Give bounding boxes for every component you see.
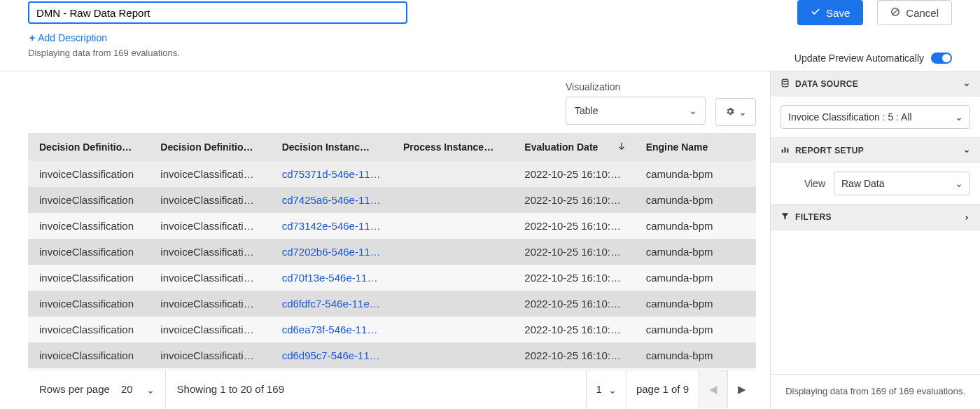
config-sidepanel: DATA SOURCE Invoice Classification : 5 :… <box>770 71 980 408</box>
svg-line-1 <box>893 9 898 14</box>
svg-rect-4 <box>782 150 783 153</box>
cell-eval-date: 2022-10-25 16:10:3… <box>513 291 634 317</box>
cell-def-id: invoiceClassification:… <box>149 161 270 187</box>
cell-eval-date: 2022-10-25 16:10:3… <box>513 161 634 187</box>
panel-title-data-source: DATA SOURCE <box>795 79 858 89</box>
panel-title-filters: FILTERS <box>795 212 832 222</box>
save-button[interactable]: Save <box>797 0 863 25</box>
cell-instance-id[interactable]: cd73142e-546e-11e… <box>271 213 392 239</box>
rows-per-page-label: Rows per page <box>39 383 110 395</box>
table-row: invoiceClassificationinvoiceClassificati… <box>28 342 756 368</box>
sidepanel-footer: Displaying data from 169 of 169 evaluati… <box>771 374 980 408</box>
cell-engine: camunda-bpm <box>635 213 756 239</box>
rows-per-page-select[interactable]: 20 <box>121 383 154 395</box>
cell-eval-date: 2022-10-25 16:10:3… <box>513 239 634 265</box>
col-evaluation-date-label: Evaluation Date <box>524 141 598 153</box>
chevron-down-icon <box>147 386 154 393</box>
table-row: invoiceClassificationinvoiceClassificati… <box>28 265 756 291</box>
cancel-icon <box>890 7 900 19</box>
cell-engine: camunda-bpm <box>635 239 756 265</box>
save-label: Save <box>826 7 850 19</box>
cell-instance-id[interactable]: cd6fdfc7-546e-11ed… <box>271 291 392 317</box>
report-header: Save Cancel + Add Description Displaying… <box>0 0 980 58</box>
chevron-right-icon <box>963 214 970 221</box>
cell-def-key: invoiceClassification <box>28 291 149 317</box>
col-engine-name[interactable]: Engine Name <box>635 133 756 161</box>
col-decision-def-id[interactable]: Decision Definitio… <box>149 133 270 161</box>
visualization-select[interactable]: Table <box>566 97 706 125</box>
svg-rect-6 <box>787 148 788 153</box>
cell-def-id: invoiceClassification:… <box>149 317 270 342</box>
col-decision-def-key[interactable]: Decision Definitio… <box>28 133 149 161</box>
cell-def-id: invoiceClassification:… <box>149 291 270 317</box>
cell-instance-id[interactable]: cd70f13e-546e-11e… <box>271 265 392 291</box>
data-source-value: Invoice Classification : 5 : All <box>788 111 912 123</box>
caret-left-icon: ◀ <box>709 383 718 396</box>
cell-def-id: invoiceClassification:… <box>149 239 270 265</box>
chevron-down-icon <box>609 386 616 393</box>
cell-engine: camunda-bpm <box>635 265 756 291</box>
title-row: Save Cancel <box>28 0 952 25</box>
view-label: View <box>804 178 825 189</box>
cell-process-instance <box>392 317 513 342</box>
range-text: Showing 1 to 20 of 169 <box>166 383 586 395</box>
svg-rect-5 <box>784 147 785 153</box>
cell-instance-id[interactable]: cd6ea73f-546e-11e… <box>271 317 392 342</box>
cell-def-key: invoiceClassification <box>28 161 149 187</box>
cell-engine: camunda-bpm <box>635 187 756 213</box>
cell-instance-id[interactable]: cd75371d-546e-11e… <box>271 161 392 187</box>
caret-right-icon: ▶ <box>738 383 746 396</box>
cell-def-key: invoiceClassification <box>28 317 149 342</box>
col-evaluation-date[interactable]: Evaluation Date <box>513 133 634 161</box>
table-header-row: Decision Definitio… Decision Definitio… … <box>28 133 756 161</box>
add-description-link[interactable]: + Add Description <box>29 32 107 43</box>
table-row: invoiceClassificationinvoiceClassificati… <box>28 213 756 239</box>
update-preview-toggle[interactable] <box>931 53 952 64</box>
cancel-button[interactable]: Cancel <box>877 0 952 25</box>
panel-header-data-source[interactable]: DATA SOURCE <box>771 71 980 97</box>
chevron-down-icon <box>963 147 970 154</box>
next-page-button[interactable]: ▶ <box>727 370 756 408</box>
table-row: invoiceClassificationinvoiceClassificati… <box>28 161 756 187</box>
cell-engine: camunda-bpm <box>635 161 756 187</box>
plus-icon: + <box>29 32 35 43</box>
cell-eval-date: 2022-10-25 16:10:3… <box>513 317 634 342</box>
gear-icon <box>725 106 735 118</box>
cell-process-instance <box>392 265 513 291</box>
cell-def-key: invoiceClassification <box>28 342 149 368</box>
panel-header-filters[interactable]: FILTERS <box>771 204 980 230</box>
col-decision-instance-id[interactable]: Decision Instanc… <box>271 133 392 161</box>
cell-process-instance <box>392 213 513 239</box>
data-table: Decision Definitio… Decision Definitio… … <box>28 133 756 368</box>
report-title-input[interactable] <box>28 1 407 24</box>
data-source-select[interactable]: Invoice Classification : 5 : All <box>780 105 970 129</box>
cell-instance-id[interactable]: cd7202b6-546e-11e… <box>271 239 392 265</box>
cell-process-instance <box>392 291 513 317</box>
page-input-wrap[interactable]: 1 <box>586 370 626 408</box>
cell-def-key: invoiceClassification <box>28 213 149 239</box>
prev-page-button[interactable]: ◀ <box>699 370 727 408</box>
visualization-settings-button[interactable] <box>715 98 756 126</box>
cell-def-id: invoiceClassification:… <box>149 187 270 213</box>
table-row: invoiceClassificationinvoiceClassificati… <box>28 187 756 213</box>
view-select[interactable]: Raw Data <box>834 172 970 195</box>
col-process-instance[interactable]: Process Instance… <box>392 133 513 161</box>
cell-process-instance <box>392 239 513 265</box>
bars-icon <box>780 145 790 156</box>
panel-title-report-setup: REPORT SETUP <box>795 146 864 155</box>
page-of-text: page 1 of 9 <box>626 370 699 408</box>
chevron-down-icon <box>955 180 962 187</box>
cell-process-instance <box>392 187 513 213</box>
cell-instance-id[interactable]: cd7425a6-546e-11e… <box>271 187 392 213</box>
panel-header-report-setup[interactable]: REPORT SETUP <box>771 138 980 163</box>
page-input-value: 1 <box>596 383 602 395</box>
cell-eval-date: 2022-10-25 16:10:3… <box>513 265 634 291</box>
visualization-controls: Visualization Table <box>28 81 770 126</box>
cell-engine: camunda-bpm <box>635 291 756 317</box>
cell-process-instance <box>392 342 513 368</box>
chevron-down-icon <box>690 107 696 114</box>
cell-eval-date: 2022-10-25 16:10:3… <box>513 342 634 368</box>
cell-eval-date: 2022-10-25 16:10:3… <box>513 187 634 213</box>
cell-instance-id[interactable]: cd6d95c7-546e-11e… <box>271 342 392 368</box>
cell-process-instance <box>392 161 513 187</box>
